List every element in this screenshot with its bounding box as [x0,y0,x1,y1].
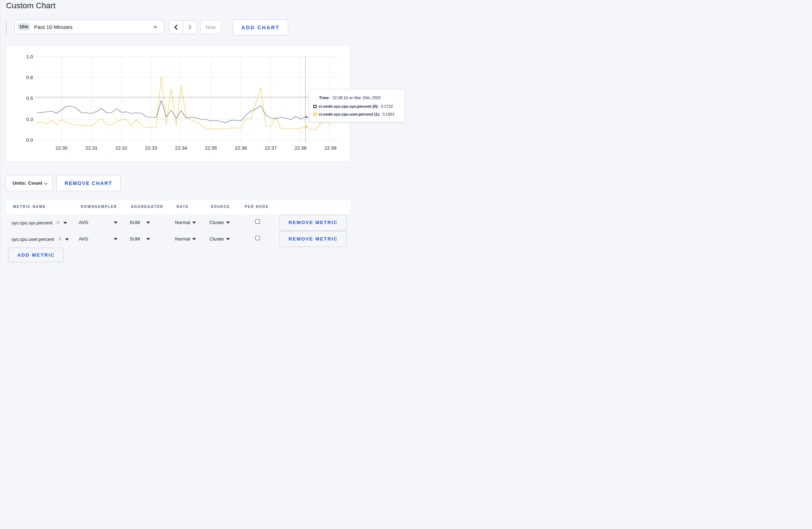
svg-text:22:33: 22:33 [145,145,157,151]
svg-text:22:39: 22:39 [324,145,337,151]
svg-text:22:38: 22:38 [295,145,307,151]
svg-text:22:37: 22:37 [265,145,277,151]
svg-text:22:34: 22:34 [175,145,187,151]
svg-text:0.8: 0.8 [26,75,33,80]
svg-text:0.0: 0.0 [26,137,33,143]
svg-text:0.5: 0.5 [26,96,33,101]
svg-text:22:36: 22:36 [235,145,247,151]
svg-text:22:32: 22:32 [115,145,127,151]
svg-text:22:35: 22:35 [205,145,217,151]
svg-text:1.0: 1.0 [26,54,33,59]
svg-text:0.3: 0.3 [26,117,33,122]
svg-text:22:30: 22:30 [55,145,68,151]
svg-text:22:31: 22:31 [85,145,97,151]
